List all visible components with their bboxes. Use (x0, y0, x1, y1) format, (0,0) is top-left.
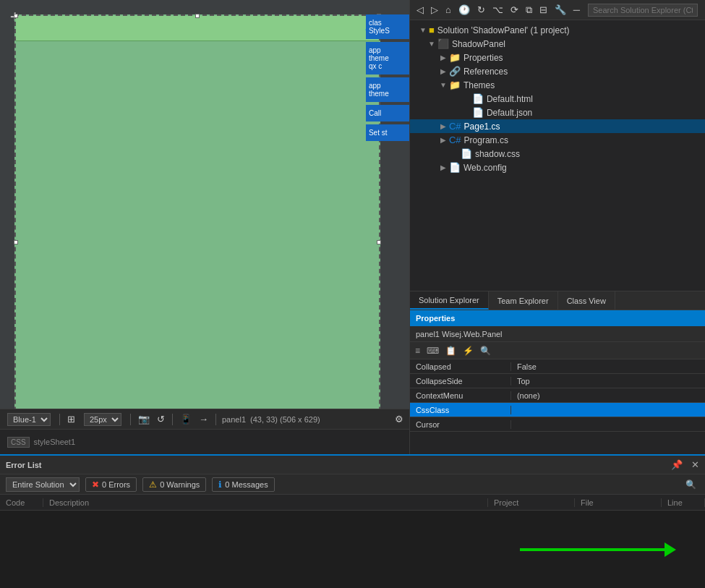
tab-class-view-label: Class View (567, 297, 606, 305)
solution-explorer-search[interactable] (588, 4, 698, 17)
tree-item-references[interactable]: ▶ 🔗 References (410, 64, 705, 78)
error-list-title: Error List (6, 461, 42, 469)
error-search-area: 🔍 (685, 480, 699, 490)
resize-handle-ml[interactable] (14, 240, 18, 244)
properties-header: Properties (410, 310, 705, 326)
code-icon[interactable]: ⌥ (490, 3, 505, 17)
stylesheet-label: styleSheet1 (34, 438, 75, 446)
refresh-code-icon[interactable]: ⟳ (508, 3, 521, 17)
prop-row-collapseside[interactable]: CollapseSide Top (410, 374, 705, 388)
prop-row-cursor[interactable]: Cursor (410, 417, 705, 432)
html-icon: 📄 (472, 93, 484, 104)
side-button-call[interactable]: Call (366, 105, 409, 122)
warnings-badge[interactable]: ⚠ 0 Warnings (142, 477, 206, 492)
properties-title: Properties (416, 314, 455, 323)
panel-header-bar: ✓ (16, 16, 379, 41)
properties-object-label: panel1 Wisej.Web.Panel (416, 330, 503, 338)
view-dropdown[interactable]: Blue-1 (7, 413, 51, 426)
green-arrow (520, 542, 676, 557)
tree-item-default-json[interactable]: 📄 Default.json (410, 106, 705, 119)
arrow-line (520, 548, 665, 551)
references-label: References (463, 67, 508, 77)
forward-icon[interactable]: ▷ (429, 3, 440, 17)
shadowcss-label: shadow.css (475, 149, 520, 159)
minimize-icon[interactable]: ─ (571, 3, 582, 17)
screenshot-icon[interactable]: 📷 (137, 412, 151, 426)
error-search-icon: 🔍 (685, 480, 696, 490)
expand-themes[interactable]: ▼ (437, 81, 449, 89)
tab-solution-explorer[interactable]: Solution Explorer (410, 291, 489, 310)
prop-search-icon[interactable]: 🔍 (478, 344, 493, 357)
panel-name-label: panel1 (222, 415, 246, 424)
prop-row-contextmenu[interactable]: ContextMenu (none) (410, 388, 705, 403)
tree-item-page1cs[interactable]: ▶ C# Page1.cs (410, 119, 705, 133)
prop-row-collapsed[interactable]: Collapsed False (410, 359, 705, 374)
history-icon[interactable]: 🕐 (456, 3, 472, 17)
page1cs-icon: C# (449, 121, 461, 132)
prop-alphabetical-icon[interactable]: ⌨ (424, 344, 441, 357)
home-icon[interactable]: ⌂ (443, 3, 453, 17)
tree-item-themes[interactable]: ▼ 📁 Themes (410, 78, 705, 92)
tree-item-shadowcss[interactable]: 📄 shadow.css (410, 147, 705, 161)
settings-icon[interactable]: ⚙ (393, 412, 405, 426)
properties-panel: Properties panel1 Wisej.Web.Panel ≡ ⌨ 📋 … (410, 310, 705, 454)
devices-icon[interactable]: 📱 (179, 412, 193, 426)
sync-icon[interactable]: ↻ (475, 3, 487, 17)
tab-class-view[interactable]: Class View (558, 291, 615, 310)
tree-item-project[interactable]: ▼ ⬛ ShadowPanel (410, 37, 705, 51)
css-badge: CSS (7, 437, 30, 448)
resize-handle-mr[interactable] (377, 240, 381, 244)
col-line: Line (662, 498, 705, 507)
side-buttons-container: clasStyleS appthemeqx c apptheme Call Se… (366, 14, 409, 141)
panel-widget[interactable]: ✓ (14, 14, 380, 409)
zoom-dropdown[interactable]: 25px (84, 413, 121, 426)
refresh-icon[interactable]: ↺ (155, 412, 166, 426)
back-icon[interactable]: ◁ (414, 3, 426, 17)
shadowcss-icon: 📄 (461, 148, 472, 159)
tree-item-programcs[interactable]: ▶ C# Program.cs (410, 133, 705, 147)
tab-solution-explorer-label: Solution Explorer (419, 296, 479, 304)
pin-button[interactable]: 📌 (671, 459, 683, 470)
prop-categorize-icon[interactable]: ≡ (413, 344, 422, 357)
view-dropdown-item: Blue-1 (4, 409, 54, 429)
side-button-setst[interactable]: Set st (366, 124, 409, 141)
expand-references[interactable]: ▶ (437, 67, 449, 75)
window-icon[interactable]: ⧉ (524, 3, 534, 17)
side-button-app-theme-1[interactable]: appthemeqx c (366, 42, 409, 74)
prop-pages-icon[interactable]: 📋 (443, 344, 458, 357)
resize-handle-tc[interactable] (195, 14, 200, 18)
programcs-label: Program.cs (464, 135, 508, 145)
expand-page1cs[interactable]: ▶ (437, 122, 449, 130)
warning-icon: ⚠ (149, 480, 157, 490)
zoom-dropdown-item: 25px (81, 409, 124, 429)
resize-handle-tl[interactable] (14, 14, 18, 18)
side-button-class[interactable]: clasStyleS (366, 14, 409, 39)
messages-badge[interactable]: ℹ 0 Messages (212, 477, 274, 492)
prop-value-collapseside: Top (511, 377, 705, 385)
expand-webconfig[interactable]: ▶ (437, 163, 449, 171)
errors-badge[interactable]: ✖ 0 Errors (85, 477, 137, 492)
close-error-list-button[interactable]: ✕ (691, 459, 699, 470)
expand-project[interactable]: ▼ (426, 40, 437, 48)
grid-icon[interactable]: ⊞ (66, 412, 77, 426)
side-button-app-theme-2[interactable]: apptheme (366, 77, 409, 102)
expand-properties[interactable]: ▶ (437, 54, 449, 61)
properties-list: Collapsed False CollapseSide Top Context… (410, 359, 705, 454)
tree-item-solution[interactable]: ▼ ■ Solution 'ShadowPanel' (1 project) (410, 23, 705, 37)
tools-icon[interactable]: 🔧 (552, 3, 568, 17)
expand-programcs[interactable]: ▶ (437, 136, 449, 144)
arrow-icon[interactable]: → (197, 412, 210, 426)
properties-folder-icon: 📁 (449, 52, 461, 63)
tab-team-explorer[interactable]: Team Explorer (489, 291, 558, 310)
tree-item-default-html[interactable]: 📄 Default.html (410, 92, 705, 106)
prop-name-cssclass: CssClass (410, 406, 511, 414)
expand-solution[interactable]: ▼ (417, 26, 429, 34)
tree-item-properties[interactable]: ▶ 📁 Properties (410, 51, 705, 64)
col-description: Description (43, 498, 488, 507)
prop-name-contextmenu: ContextMenu (410, 391, 511, 400)
prop-events-icon[interactable]: ⚡ (461, 344, 476, 357)
split-icon[interactable]: ⊟ (537, 3, 550, 17)
prop-row-cssclass[interactable]: CssClass (410, 403, 705, 417)
scope-dropdown[interactable]: Entire Solution (6, 477, 80, 492)
tree-item-webconfig[interactable]: ▶ 📄 Web.config (410, 161, 705, 174)
